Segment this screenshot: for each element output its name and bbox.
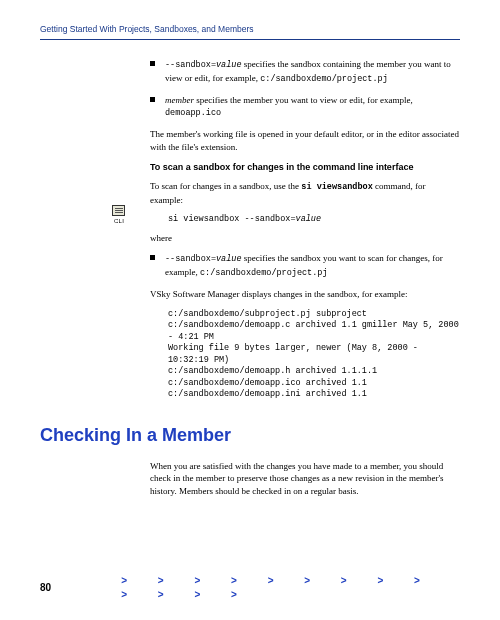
paragraph-checkin: When you are satisfied with the changes … [150, 460, 460, 498]
heading-scan-sandbox: To scan a sandbox for changes in the com… [150, 161, 460, 174]
output-line: Working file 9 bytes larger, newer (May … [168, 343, 460, 366]
code-example-viewsandbox: si viewsandbox --sandbox=value [168, 214, 460, 225]
bullet-icon [150, 97, 155, 102]
code-path: demoapp.ico [165, 108, 221, 118]
bullet-member-option: member specifies the member you want to … [150, 94, 460, 120]
section-title-checking-in: Checking In a Member [40, 423, 460, 448]
code-fragment: --sandbox= [165, 254, 216, 264]
bullet-sandbox-option: --sandbox=value specifies the sandbox co… [150, 58, 460, 86]
text-fragment: To scan for changes in a sandbox, use th… [150, 181, 301, 191]
code-param: value [296, 214, 322, 224]
code-path: c:/sandboxdemo/project.pj [260, 74, 388, 84]
output-line: c:/sandboxdemo/subproject.pj subproject [168, 309, 460, 320]
output-line: c:/sandboxdemo/demoapp.ico archived 1.1 [168, 378, 460, 389]
code-text: si viewsandbox --sandbox= [168, 214, 296, 224]
code-fragment: --sandbox= [165, 60, 216, 70]
page-number: 80 [40, 581, 121, 595]
bullet-text: --sandbox=value specifies the sandbox co… [165, 58, 460, 86]
output-line: c:/sandboxdemo/demoapp.h archived 1.1.1.… [168, 366, 460, 377]
bullet-text: --sandbox=value specifies the sandbox yo… [165, 252, 460, 280]
paragraph-display-changes: VSky Software Manager displays changes i… [150, 288, 460, 301]
bullet-icon [150, 255, 155, 260]
footer-chevrons: > > > > > > > > > > > > > [121, 574, 460, 602]
paragraph-editor: The member's working file is opened in y… [150, 128, 460, 153]
bullet-text: member specifies the member you want to … [165, 94, 460, 120]
cli-icon: CLI [112, 205, 126, 225]
page-header: Getting Started With Projects, Sandboxes… [40, 24, 460, 40]
inline-command: si viewsandbox [301, 182, 372, 192]
term-member: member [165, 95, 194, 105]
code-param: value [216, 60, 242, 70]
paragraph-scan-intro: To scan for changes in a sandbox, use th… [150, 180, 460, 206]
output-line: c:/sandboxdemo/demoapp.c archived 1.1 gm… [168, 320, 460, 343]
main-content: --sandbox=value specifies the sandbox co… [150, 58, 460, 401]
text-fragment: specifies the member you want to view or… [194, 95, 413, 105]
code-path: c:/sandboxdemo/project.pj [200, 268, 328, 278]
where-label: where [150, 232, 460, 245]
bullet-sandbox-scan-option: --sandbox=value specifies the sandbox yo… [150, 252, 460, 280]
output-line: c:/sandboxdemo/demoapp.ini archived 1.1 [168, 389, 460, 400]
bullet-icon [150, 61, 155, 66]
code-param: value [216, 254, 242, 264]
page-footer: 80 > > > > > > > > > > > > > [40, 574, 460, 602]
output-block: c:/sandboxdemo/subproject.pj subproject … [168, 309, 460, 401]
section-body: When you are satisfied with the changes … [150, 460, 460, 498]
